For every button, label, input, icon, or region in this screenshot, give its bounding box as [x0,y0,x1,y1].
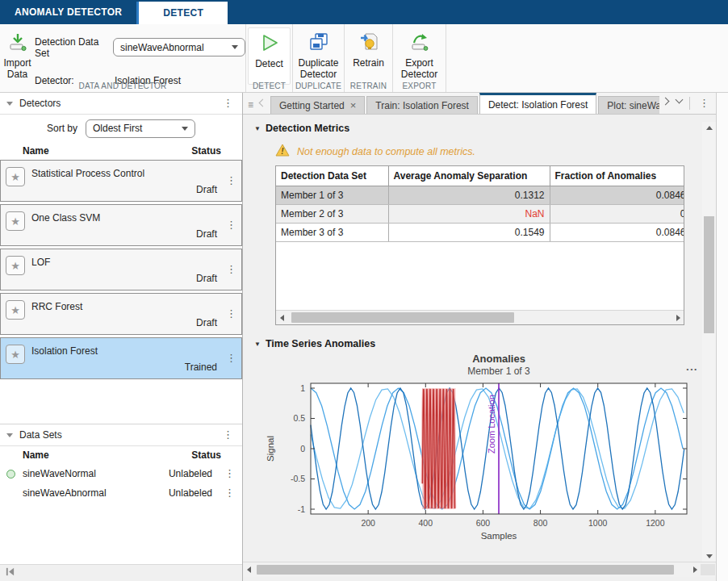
datasets-panel-menu-icon[interactable]: ⋮ [220,431,236,439]
table-column-header[interactable]: Detection Data Set [276,166,388,186]
detectors-panel-menu-icon[interactable]: ⋮ [220,99,236,107]
detection-metrics-section-header[interactable]: ▼ Detection Metrics [254,123,702,134]
workspace: Detectors ⋮ Sort by Oldest First Name St… [0,93,728,581]
favorite-star-button[interactable]: ★ [6,211,25,231]
scroll-right-arrow[interactable] [689,562,701,577]
section-label-detect: DETECT [246,82,292,90]
favorite-star-button[interactable]: ★ [6,300,25,320]
metrics-warning: ! Not enough data to compute all metrics… [275,144,702,159]
document-tab[interactable]: Train: Isolation Forest [366,96,478,114]
scroll-right-arrow[interactable] [672,311,684,324]
detection-data-set-value: sineWaveAbnormal [120,42,204,53]
collapse-arrow-icon[interactable] [6,433,13,437]
duplicate-detector-button[interactable]: Duplicate Detector [293,27,344,83]
value-cell: 0.0846 [550,224,684,242]
scroll-left-arrow[interactable] [276,311,287,324]
table-column-header[interactable]: Fraction of Anomalies [550,166,684,186]
detector-menu-icon[interactable]: ⋮ [226,219,236,231]
dataset-active-marker-icon [6,470,15,479]
detection-data-set-dropdown[interactable]: sineWaveAbnormal [113,38,245,56]
chart-options-menu-icon[interactable]: ••• [687,366,698,373]
table-header-row: Detection Data SetAverage Anomaly Separa… [276,166,684,186]
detector-menu-icon[interactable]: ⋮ [226,263,236,275]
collapse-arrow-icon[interactable] [6,102,13,106]
detector-card[interactable]: ★Statistical Process ControlDraft⋮ [0,160,242,202]
detector-menu-icon[interactable]: ⋮ [226,174,236,186]
table-row[interactable]: Member 1 of 30.13120.0846 [276,186,684,205]
favorite-star-button[interactable]: ★ [6,167,25,186]
tabs-list-button[interactable] [673,95,687,112]
scrollbar-track[interactable] [254,565,689,575]
section-label-data-and-detector: DATA AND DETECTOR [0,82,245,90]
detector-name: Statistical Process Control [31,168,144,179]
retrain-button[interactable]: Retrain [345,27,392,83]
dataset-menu-icon[interactable]: ⋮ [222,489,237,497]
tab-anomaly-detector[interactable]: ANOMALY DETECTOR [0,0,136,24]
table-column-header[interactable]: Average Anomaly Separation [388,166,550,186]
close-tab-icon[interactable]: × [350,99,357,111]
ribbon-group-data-and-detector: ImportData Detection Data Set sineWaveAb… [0,24,246,92]
detector-card[interactable]: ★Isolation ForestTrained⋮ [0,337,242,379]
tab-detect[interactable]: DETECT [136,2,228,24]
duplicate-detector-label: Duplicate Detector [293,57,344,80]
value-cell: 0.1549 [388,224,550,242]
time-series-anomalies-title: Time Series Anomalies [266,338,375,349]
dataset-row[interactable]: sineWaveNormalUnlabeled⋮ [0,464,242,483]
table-row[interactable]: Member 3 of 30.15490.0846 [276,224,684,242]
scrollbar-track[interactable] [287,311,672,324]
ribbon-group-duplicate: Duplicate Detector DUPLICATE [293,24,345,92]
main-horizontal-scrollbar[interactable] [243,562,716,577]
scrollbar-thumb[interactable] [257,565,674,575]
value-cell: 0.1312 [388,186,550,205]
detection-data-set-label: Detection Data Set [35,36,113,59]
scroll-left-arrow[interactable] [243,562,254,577]
chart-subtitle: Member 1 of 3 [311,366,687,377]
detector-menu-icon[interactable]: ⋮ [226,352,236,364]
sort-by-dropdown[interactable]: Oldest First [86,119,195,138]
x-tick-label: 400 [419,518,433,528]
scrollbar-track[interactable] [702,133,716,550]
value-cell: 0.0846 [550,186,684,205]
tabs-scroll-right-button[interactable] [659,95,673,112]
detectors-name-column: Name [23,145,49,157]
metrics-table-clip: Detection Data SetAverage Anomaly Separa… [276,166,684,310]
detect-play-icon [259,32,280,56]
document-tab[interactable]: Detect: Isolation Forest [479,93,596,114]
time-series-anomalies-section-header[interactable]: ▼ Time Series Anomalies [254,338,702,349]
ribbon-toolbar: ImportData Detection Data Set sineWaveAb… [0,24,728,93]
scroll-up-arrow[interactable] [702,122,716,133]
metrics-table-hscrollbar[interactable] [276,310,684,324]
section-collapse-icon: ▼ [254,125,261,132]
export-detector-button[interactable]: Export Detector [393,27,446,83]
favorite-star-button[interactable]: ★ [6,256,25,275]
detector-card[interactable]: ★One Class SVMDraft⋮ [0,204,242,246]
detect-button[interactable]: Detect [248,27,291,85]
dataset-status: Unlabeled [169,487,212,499]
scrollbar-thumb[interactable] [704,216,714,333]
datasets-panel-header[interactable]: Data Sets ⋮ [0,424,242,446]
tabstrip-grip-icon[interactable]: ≡ [243,99,257,114]
tabs-scroll-left-button[interactable] [257,97,270,114]
ribbon-group-retrain: Retrain RETRAIN [345,24,393,92]
detector-menu-icon[interactable]: ⋮ [226,307,236,320]
detect-document: ▼ Detection Metrics ! Not enough data to… [243,115,702,562]
metrics-table[interactable]: Detection Data SetAverage Anomaly Separa… [276,166,684,242]
tabstrip-menu-icon[interactable]: ⋮ [692,99,716,107]
scrollbar-thumb[interactable] [291,312,515,323]
main-vertical-scrollbar[interactable] [702,122,716,562]
document-tab[interactable]: Getting Started× [270,96,365,114]
favorite-star-button[interactable]: ★ [6,345,25,364]
warning-text: Not enough data to compute all metrics. [297,146,475,157]
document-tab[interactable]: Plot: sineWa [598,96,659,114]
scroll-down-arrow[interactable] [702,550,716,562]
detector-card[interactable]: ★LOFDraft⋮ [0,249,242,290]
dataset-menu-icon[interactable]: ⋮ [222,470,237,478]
y-tick-label: 0.5 [293,413,305,423]
detector-card[interactable]: ★RRC ForestDraft⋮ [0,293,242,335]
ribbon-group-detect: Detect DETECT [246,24,293,92]
dataset-row[interactable]: sineWaveAbnormalUnlabeled⋮ [0,483,242,503]
collapse-panel-icon[interactable] [5,566,15,579]
zoom-location-label: Zoom Location [487,395,496,454]
table-row[interactable]: Member 2 of 3NaN0 [276,205,684,224]
detectors-panel-header[interactable]: Detectors ⋮ [0,93,242,115]
